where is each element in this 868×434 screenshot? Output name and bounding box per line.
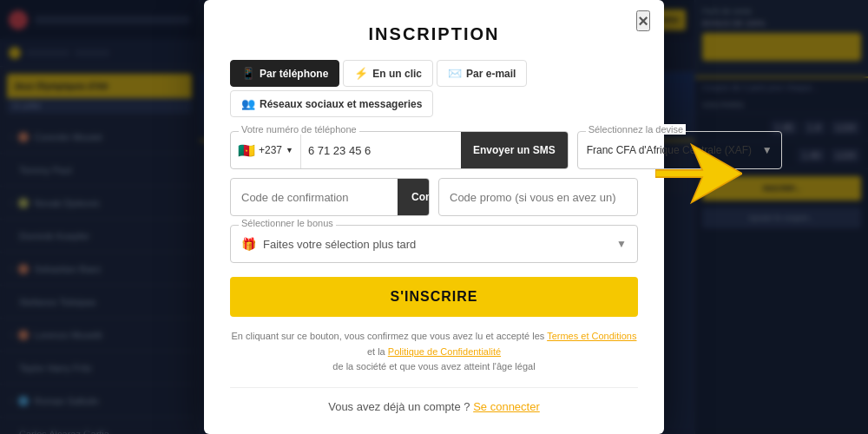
currency-group: Sélectionnez la devise Franc CFA d'Afriq… xyxy=(577,131,782,169)
modal-title: INSCRIPTION xyxy=(230,24,638,44)
bonus-group: Sélectionner le bonus 🎁 Faites votre sél… xyxy=(230,225,638,263)
phone-input-wrapper: 🇨🇲 +237 ▼ Envoyer un SMS xyxy=(230,131,569,169)
phone-prefix-selector[interactable]: 🇨🇲 +237 ▼ xyxy=(231,132,301,168)
close-button[interactable]: × xyxy=(636,10,650,31)
phone-input[interactable] xyxy=(301,144,461,157)
bonus-selected-value: Faites votre sélection plus tard xyxy=(263,238,609,251)
currency-select[interactable]: Franc CFA d'Afrique Centrale (XAF) xyxy=(578,132,762,168)
currency-select-wrapper: Franc CFA d'Afrique Centrale (XAF) ▼ xyxy=(577,131,782,169)
confirm-button[interactable]: Confirmer xyxy=(398,179,430,215)
bolt-tab-icon: ⚡ xyxy=(354,67,368,80)
confirmation-group: Confirmer xyxy=(230,178,430,216)
dropdown-arrow-icon: ▼ xyxy=(286,146,293,155)
tab-social[interactable]: 👥 Réseaux sociaux et messageries xyxy=(230,90,433,117)
tab-email[interactable]: ✉️ Par e-mail xyxy=(437,60,527,87)
register-button[interactable]: S'INSCRIRE xyxy=(230,277,638,317)
email-tab-icon: ✉️ xyxy=(448,67,462,80)
country-code: +237 xyxy=(259,144,282,156)
privacy-link[interactable]: Politique de Confidentialité xyxy=(388,346,501,357)
currency-label: Sélectionnez la devise xyxy=(586,124,686,135)
bonus-dropdown[interactable]: 🎁 Faites votre sélection plus tard ▼ xyxy=(230,225,638,263)
flag-icon: 🇨🇲 xyxy=(238,142,255,159)
promo-code-input[interactable] xyxy=(439,179,637,215)
login-prompt: Vous avez déjà un compte ? Se connecter xyxy=(230,387,638,413)
confirmation-code-input[interactable] xyxy=(231,179,398,215)
send-sms-button[interactable]: Envoyer un SMS xyxy=(461,132,568,168)
bonus-chevron-icon: ▼ xyxy=(616,238,627,250)
currency-chevron-icon: ▼ xyxy=(762,144,781,156)
promo-code-group xyxy=(438,178,638,216)
terms-link[interactable]: Termes et Conditions xyxy=(547,331,636,341)
registration-tabs: 📱 Par téléphone ⚡ En un clic ✉️ Par e-ma… xyxy=(230,60,638,117)
bonus-label: Sélectionner le bonus xyxy=(239,218,336,228)
login-link[interactable]: Se connecter xyxy=(473,400,540,413)
confirmation-promo-row: Confirmer xyxy=(230,178,638,216)
phone-currency-row: Votre numéro de téléphone 🇨🇲 +237 ▼ Envo… xyxy=(230,131,638,169)
tab-telephone[interactable]: 📱 Par téléphone xyxy=(230,60,339,87)
inscription-modal: × INSCRIPTION 📱 Par téléphone ⚡ En un cl… xyxy=(204,0,664,434)
bonus-gift-icon: 🎁 xyxy=(241,237,256,251)
tab-un-clic[interactable]: ⚡ En un clic xyxy=(343,60,433,87)
social-tab-icon: 👥 xyxy=(241,97,255,110)
phone-number-group: Votre numéro de téléphone 🇨🇲 +237 ▼ Envo… xyxy=(230,131,569,169)
modal-overlay: × INSCRIPTION 📱 Par téléphone ⚡ En un cl… xyxy=(0,0,868,434)
phone-tab-icon: 📱 xyxy=(241,67,255,80)
terms-text: En cliquant sur ce bouton, vous confirme… xyxy=(230,329,638,375)
phone-label: Votre numéro de téléphone xyxy=(239,124,359,135)
